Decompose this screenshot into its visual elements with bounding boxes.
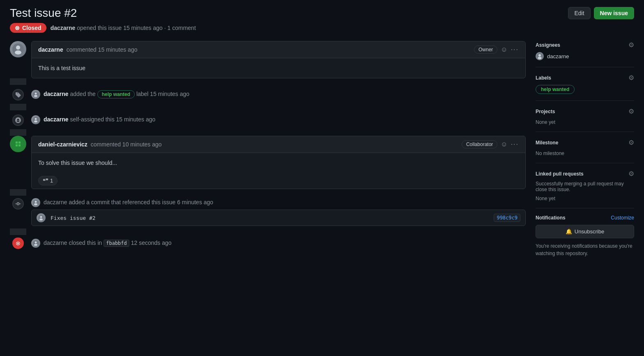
linked-pr-gear-icon[interactable]: ⚙ — [628, 170, 634, 178]
assign-event-author[interactable]: daczarne — [44, 116, 69, 123]
comment-box-2: daniel-czarnievicz commented 10 minutes … — [31, 136, 526, 189]
emoji-icon-2[interactable]: ☺ — [501, 141, 507, 148]
sidebar-linked-pr-header: Linked pull requests ⚙ — [536, 170, 634, 178]
vline-col-5 — [10, 228, 26, 235]
comment-block-1: daczarne commented 15 minutes ago Owner … — [10, 41, 526, 78]
more-options-icon-1[interactable]: ··· — [511, 46, 519, 53]
comment-reactions-2: ❝❞ 1 — [32, 173, 525, 189]
assign-event-action: self-assigned this — [70, 116, 116, 123]
vline-after-comment-2 — [10, 189, 526, 196]
svg-point-24 — [538, 54, 541, 57]
sidebar-assignee-name[interactable]: daczarne — [547, 53, 569, 59]
label-event-action: added the — [70, 91, 97, 97]
assign-event-text: daczarne self-assigned this 15 minutes a… — [31, 114, 526, 124]
sidebar-assignee-item: daczarne — [536, 52, 634, 60]
small-avatar-commit — [31, 198, 40, 207]
label-event-time: 15 minutes ago — [150, 91, 189, 97]
vline-col-2 — [10, 104, 26, 110]
issue-meta-text: daczarne opened this issue 15 minutes ag… — [51, 25, 196, 31]
vline-col — [10, 78, 26, 85]
sidebar-labels-section: Labels ⚙ help wanted — [536, 67, 634, 101]
label-icon — [12, 89, 24, 100]
svg-point-9 — [12, 138, 24, 150]
sidebar: Assignees ⚙ daczarne Labels ⚙ help wante… — [536, 41, 634, 257]
assignees-gear-icon[interactable]: ⚙ — [628, 41, 634, 49]
label-event-author[interactable]: daczarne — [44, 91, 69, 97]
commit-icon — [12, 198, 24, 210]
svg-point-5 — [34, 95, 37, 97]
commit-detail: Fixes issue #2 998c9c9 — [31, 210, 526, 226]
close-event: ⊗ daczarne closed this in fbabbfd 12 sec… — [10, 235, 526, 251]
close-event-author[interactable]: daczarne — [44, 240, 67, 246]
svg-point-1 — [16, 46, 20, 50]
comment-header-left-2: daniel-czarnievicz commented 10 minutes … — [38, 141, 162, 148]
small-avatar-label — [31, 90, 40, 99]
svg-point-2 — [15, 50, 21, 55]
vline-2 — [10, 104, 26, 110]
unsubscribe-button[interactable]: 🔔 Unsubscribe — [536, 225, 634, 238]
labels-gear-icon[interactable]: ⚙ — [628, 74, 634, 82]
vline-after-commit — [10, 228, 526, 235]
svg-rect-11 — [18, 141, 21, 144]
comment-header-left-1: daczarne commented 15 minutes ago — [38, 46, 137, 53]
reaction-emoji: ❝❞ — [43, 178, 48, 184]
close-event-text: daczarne closed this in fbabbfd 12 secon… — [31, 239, 172, 248]
customize-link[interactable]: Customize — [611, 215, 634, 221]
timeline: daczarne commented 15 minutes ago Owner … — [10, 41, 526, 257]
vline-col-3 — [10, 129, 26, 136]
sidebar-assignees-title: Assignees — [536, 42, 560, 48]
issue-author-link[interactable]: daczarne — [51, 25, 76, 31]
sidebar-linked-pr-section: Linked pull requests ⚙ Successfully merg… — [536, 163, 634, 208]
new-issue-button[interactable]: New issue — [594, 7, 634, 19]
commit-sha[interactable]: 998c9c9 — [494, 214, 520, 222]
svg-point-21 — [35, 242, 37, 244]
comment-header-right-1: Owner ☺ ··· — [474, 46, 519, 54]
projects-gear-icon[interactable]: ⚙ — [628, 107, 634, 115]
comment-time-2: commented 10 minutes ago — [91, 141, 162, 148]
comment-text-1: This is a test issue — [38, 65, 85, 71]
comment-author-1[interactable]: daczarne — [38, 46, 63, 53]
svg-rect-13 — [18, 144, 21, 146]
vline — [10, 78, 26, 85]
comment-box-1: daczarne commented 15 minutes ago Owner … — [31, 41, 526, 78]
svg-rect-12 — [16, 144, 18, 146]
sidebar-milestone-section: Milestone ⚙ No milestone — [536, 132, 634, 163]
status-badge: ⊗ Closed — [10, 23, 46, 33]
comment-block-2: daniel-czarnievicz commented 10 minutes … — [10, 136, 526, 189]
sidebar-label-badge[interactable]: help wanted — [536, 85, 575, 94]
commit-event-author[interactable]: daczarne — [44, 199, 67, 205]
vline-4 — [10, 189, 26, 196]
sidebar-linked-pr-value: None yet — [536, 196, 555, 201]
commit-event-action: added a commit that referenced this issu… — [69, 199, 177, 205]
sidebar-projects-section: Projects ⚙ None yet — [536, 101, 634, 132]
svg-point-22 — [34, 244, 37, 246]
sidebar-notifications-section: Notifications Customize 🔔 Unsubscribe Yo… — [536, 208, 634, 257]
comment-body-2: To solve this issue we should... — [32, 153, 525, 173]
sidebar-milestone-header: Milestone ⚙ — [536, 139, 634, 146]
page-title: Test issue #2 — [10, 7, 77, 20]
avatar-daczarne — [10, 41, 26, 57]
commit-event-time: 6 minutes ago — [177, 199, 213, 205]
sidebar-assignee-avatar — [536, 52, 544, 60]
role-badge-2: Collaborator — [462, 140, 497, 148]
comment-author-2[interactable]: daniel-czarnievicz — [38, 141, 87, 148]
close-circle-icon: ⊗ — [12, 237, 24, 249]
edit-button[interactable]: Edit — [568, 7, 590, 19]
label-icon-col — [10, 88, 26, 100]
milestone-gear-icon[interactable]: ⚙ — [628, 139, 634, 146]
commit-meta: daczarne added a commit that referenced … — [31, 198, 526, 207]
sidebar-labels-header: Labels ⚙ — [536, 74, 634, 82]
label-badge[interactable]: help wanted — [97, 90, 135, 98]
assign-icon-col — [10, 114, 26, 126]
reaction-button-2[interactable]: ❝❞ 1 — [38, 176, 58, 185]
small-avatar-assign — [31, 115, 40, 124]
small-avatar-close — [31, 239, 40, 248]
unsubscribe-label: Unsubscribe — [575, 228, 604, 235]
more-options-icon-2[interactable]: ··· — [511, 141, 519, 148]
comment-header-2: daniel-czarnievicz commented 10 minutes … — [32, 136, 525, 153]
close-icon-col: ⊗ — [10, 237, 26, 249]
emoji-icon-1[interactable]: ☺ — [501, 46, 507, 53]
close-event-ref[interactable]: fbabbfd — [104, 240, 129, 247]
assign-icon — [12, 114, 24, 126]
svg-point-4 — [35, 93, 37, 95]
